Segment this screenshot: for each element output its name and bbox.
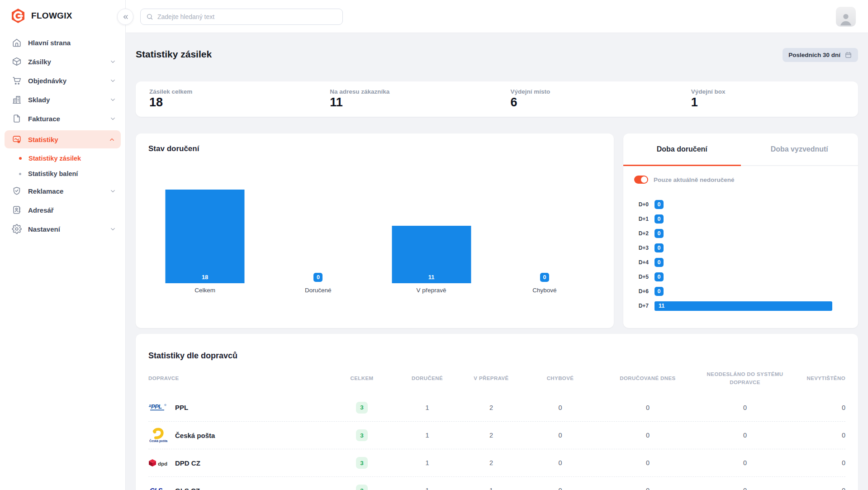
calendar-icon: [844, 51, 852, 59]
svg-text:dpd: dpd: [158, 461, 167, 466]
chart-title: Stav doručení: [148, 144, 199, 153]
sidebar-item-nastaveni[interactable]: Nastavení: [0, 219, 125, 238]
sidebar-subitem-statistiky-zasilek[interactable]: Statistiky zásilek: [0, 151, 125, 166]
brand-logo[interactable]: FLOWGIX: [10, 8, 72, 24]
warehouse-icon: [12, 95, 22, 105]
delivery-row-bar: 0: [655, 229, 664, 238]
brand-name: FLOWGIX: [31, 11, 72, 21]
chevron-down-icon: [109, 58, 116, 65]
avatar[interactable]: [836, 7, 856, 27]
table-row-ceska-posta: Česká poštaČeská pošta3120000: [148, 421, 845, 449]
sidebar-item-fakturace[interactable]: Fakturace: [0, 109, 125, 128]
delivery-row-d-4: D+40: [634, 255, 847, 270]
gear-icon: [12, 224, 22, 234]
delivery-row-bar: 0: [655, 243, 664, 252]
bar-zero-chip: 0: [540, 273, 549, 282]
invoice-icon: [12, 114, 22, 124]
summary-stat-na-adresu-zakaznika: Na adresu zákazníka11: [316, 81, 497, 117]
cell-value: 1: [394, 404, 460, 411]
cell-value: 2: [460, 404, 522, 411]
delivery-row-d-7: D+711: [634, 299, 847, 313]
column-header-neodeslano-do-systemu-dopravce: NEODESLÁNO DO SYSTÉMU DOPRAVCE: [697, 371, 792, 387]
table-row-dpd-cz: dpdDPD CZ3120000: [148, 449, 845, 476]
delivery-row-bar: 0: [655, 272, 664, 281]
delivery-row-bar: 0: [655, 287, 664, 296]
chevrons-left-icon: [122, 13, 129, 21]
stats-icon: [12, 134, 22, 144]
sidebar-subitem-statistiky-baleni[interactable]: Statistiky balení: [0, 166, 125, 181]
delivery-row-label: D+1: [634, 216, 649, 222]
bullet-icon: [19, 173, 21, 175]
sidebar-item-hlavni-strana[interactable]: Hlavní strana: [0, 33, 125, 52]
carrier-name: GLS CZ: [175, 487, 200, 490]
sidebar-item-sklady[interactable]: Sklady: [0, 90, 125, 109]
svg-text:PPL: PPL: [151, 403, 162, 410]
delivery-row-bar: 11: [655, 301, 832, 311]
delivery-status-chart-card: Stav doručení 18Celkem0Doručené11V přepr…: [136, 133, 614, 328]
app-root: FLOWGIX Hlavní stranaZásilkyObjednávkySk…: [0, 0, 868, 490]
bar-value: 11: [392, 274, 471, 281]
search-input[interactable]: [157, 13, 337, 20]
carriers-table-card: Statistiky dle dopravců DOPRAVCECELKEMDO…: [136, 334, 858, 490]
sidebar-item-label: Adresář: [28, 206, 54, 214]
cell-value: 0: [792, 432, 845, 439]
package-icon: [12, 57, 22, 67]
date-range-button[interactable]: Posledních 30 dní: [783, 48, 858, 62]
delivery-row-d-3: D+30: [634, 241, 847, 255]
stat-label: Výdejní místo: [511, 88, 678, 95]
tab-doba-doruceni[interactable]: Doba doručení: [623, 133, 741, 165]
delivery-row-d-0: D+00: [634, 197, 847, 212]
delivery-row-d-1: D+10: [634, 212, 847, 226]
only-undelivered-toggle[interactable]: [634, 176, 648, 184]
search-box[interactable]: [140, 9, 343, 25]
chevron-up-icon: [109, 136, 115, 143]
cell-value: 0: [522, 487, 598, 490]
cell-value: 0: [697, 432, 792, 439]
cell-value: 0: [598, 487, 697, 490]
delivery-time-card: Doba doručeníDoba vyzvednutí Pouze aktuá…: [623, 133, 858, 328]
sidebar-item-label: Hlavní strana: [28, 39, 71, 47]
delivery-row-bar: 0: [655, 214, 664, 224]
sidebar-item-reklamace[interactable]: Reklamace: [0, 181, 125, 200]
ppl-logo: PPL: [148, 402, 168, 413]
table-row-ppl: PPLPPL3120000: [148, 394, 845, 421]
page-title: Statistiky zásilek: [136, 49, 212, 60]
cell-value: 1: [394, 459, 460, 466]
delivery-tabs: Doba doručeníDoba vyzvednutí: [623, 133, 858, 166]
cell-value: 0: [792, 459, 845, 466]
column-header-dorucovane-dnes: DORUČOVANÉ DNES: [598, 375, 697, 383]
sidebar-subitem-label: Statistiky balení: [28, 170, 78, 177]
carrier-name: DPD CZ: [175, 459, 200, 467]
gls-logo: GLS: [148, 485, 168, 490]
delivery-time-bars: D+00D+10D+20D+30D+40D+50D+60D+711: [634, 197, 847, 313]
stat-value: 1: [691, 95, 858, 109]
sidebar-item-zasilky[interactable]: Zásilky: [0, 52, 125, 71]
cell-celkem: 3: [329, 402, 394, 414]
carrier-cell: GLSGLS CZ: [148, 485, 329, 490]
toggle-knob: [641, 176, 647, 183]
delivery-row-d-5: D+50: [634, 270, 847, 284]
bar-value: 18: [166, 274, 245, 281]
sidebar-collapse-button[interactable]: [117, 9, 133, 25]
cell-value: 1: [394, 487, 460, 490]
tab-doba-vyzvednuti[interactable]: Doba vyzvednutí: [741, 133, 859, 165]
toggle-row: Pouze aktuálně nedoručené: [634, 176, 735, 184]
column-header-celkem: CELKEM: [329, 375, 394, 383]
carriers-table-body: PPLPPL3120000Česká poštaČeská pošta31200…: [148, 394, 845, 490]
cell-value: 0: [522, 459, 598, 466]
carriers-table-title: Statistiky dle dopravců: [148, 351, 237, 361]
chevron-down-icon: [109, 188, 116, 195]
bar-celkem: 18: [166, 190, 245, 283]
sidebar-item-statistiky[interactable]: Statistiky: [5, 130, 121, 148]
delivery-row-bar: 0: [655, 258, 664, 267]
delivery-row-label: D+3: [634, 245, 649, 251]
chevron-down-icon: [109, 77, 116, 84]
cell-value: 2: [460, 432, 522, 439]
carrier-cell: PPLPPL: [148, 402, 329, 413]
sidebar-item-objednavky[interactable]: Objednávky: [0, 71, 125, 90]
sidebar-item-adresar[interactable]: Adresář: [0, 200, 125, 219]
bar-category-label: Doručené: [261, 287, 375, 294]
stat-label: Zásilek celkem: [149, 88, 316, 95]
cell-value: 0: [522, 432, 598, 439]
summary-stat-vydejni-misto: Výdejní místo6: [497, 81, 678, 117]
